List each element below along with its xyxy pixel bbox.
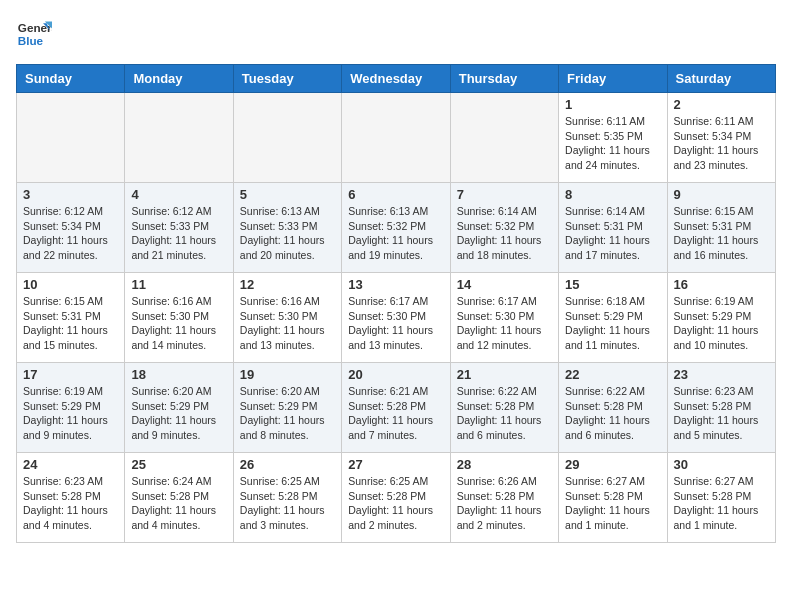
day-number: 13 — [348, 277, 443, 292]
day-info: Sunrise: 6:16 AMSunset: 5:30 PMDaylight:… — [131, 294, 226, 353]
day-number: 9 — [674, 187, 769, 202]
day-number: 15 — [565, 277, 660, 292]
day-info: Sunrise: 6:15 AMSunset: 5:31 PMDaylight:… — [674, 204, 769, 263]
svg-text:Blue: Blue — [18, 34, 44, 47]
weekday-header-wednesday: Wednesday — [342, 65, 450, 93]
weekday-header-monday: Monday — [125, 65, 233, 93]
day-number: 11 — [131, 277, 226, 292]
day-info: Sunrise: 6:27 AMSunset: 5:28 PMDaylight:… — [674, 474, 769, 533]
day-number: 16 — [674, 277, 769, 292]
day-info: Sunrise: 6:12 AMSunset: 5:34 PMDaylight:… — [23, 204, 118, 263]
logo-icon: General Blue — [16, 16, 52, 52]
calendar-week-4: 17Sunrise: 6:19 AMSunset: 5:29 PMDayligh… — [17, 363, 776, 453]
day-number: 21 — [457, 367, 552, 382]
day-info: Sunrise: 6:13 AMSunset: 5:33 PMDaylight:… — [240, 204, 335, 263]
day-info: Sunrise: 6:19 AMSunset: 5:29 PMDaylight:… — [674, 294, 769, 353]
day-info: Sunrise: 6:27 AMSunset: 5:28 PMDaylight:… — [565, 474, 660, 533]
calendar-cell: 17Sunrise: 6:19 AMSunset: 5:29 PMDayligh… — [17, 363, 125, 453]
day-info: Sunrise: 6:14 AMSunset: 5:31 PMDaylight:… — [565, 204, 660, 263]
day-info: Sunrise: 6:22 AMSunset: 5:28 PMDaylight:… — [565, 384, 660, 443]
calendar-cell: 1Sunrise: 6:11 AMSunset: 5:35 PMDaylight… — [559, 93, 667, 183]
day-number: 5 — [240, 187, 335, 202]
day-info: Sunrise: 6:12 AMSunset: 5:33 PMDaylight:… — [131, 204, 226, 263]
weekday-header-saturday: Saturday — [667, 65, 775, 93]
day-info: Sunrise: 6:11 AMSunset: 5:34 PMDaylight:… — [674, 114, 769, 173]
day-info: Sunrise: 6:25 AMSunset: 5:28 PMDaylight:… — [240, 474, 335, 533]
day-info: Sunrise: 6:23 AMSunset: 5:28 PMDaylight:… — [674, 384, 769, 443]
calendar-cell: 25Sunrise: 6:24 AMSunset: 5:28 PMDayligh… — [125, 453, 233, 543]
day-info: Sunrise: 6:15 AMSunset: 5:31 PMDaylight:… — [23, 294, 118, 353]
day-number: 12 — [240, 277, 335, 292]
calendar-cell: 30Sunrise: 6:27 AMSunset: 5:28 PMDayligh… — [667, 453, 775, 543]
calendar-cell: 8Sunrise: 6:14 AMSunset: 5:31 PMDaylight… — [559, 183, 667, 273]
calendar-cell: 11Sunrise: 6:16 AMSunset: 5:30 PMDayligh… — [125, 273, 233, 363]
day-number: 3 — [23, 187, 118, 202]
day-number: 23 — [674, 367, 769, 382]
day-number: 6 — [348, 187, 443, 202]
weekday-header-friday: Friday — [559, 65, 667, 93]
calendar-cell: 7Sunrise: 6:14 AMSunset: 5:32 PMDaylight… — [450, 183, 558, 273]
calendar-cell: 21Sunrise: 6:22 AMSunset: 5:28 PMDayligh… — [450, 363, 558, 453]
calendar-cell: 18Sunrise: 6:20 AMSunset: 5:29 PMDayligh… — [125, 363, 233, 453]
day-number: 4 — [131, 187, 226, 202]
day-number: 7 — [457, 187, 552, 202]
day-info: Sunrise: 6:13 AMSunset: 5:32 PMDaylight:… — [348, 204, 443, 263]
day-info: Sunrise: 6:17 AMSunset: 5:30 PMDaylight:… — [348, 294, 443, 353]
calendar-cell: 19Sunrise: 6:20 AMSunset: 5:29 PMDayligh… — [233, 363, 341, 453]
calendar-header-row: SundayMondayTuesdayWednesdayThursdayFrid… — [17, 65, 776, 93]
day-number: 26 — [240, 457, 335, 472]
calendar-cell — [233, 93, 341, 183]
calendar-cell: 28Sunrise: 6:26 AMSunset: 5:28 PMDayligh… — [450, 453, 558, 543]
calendar-cell: 13Sunrise: 6:17 AMSunset: 5:30 PMDayligh… — [342, 273, 450, 363]
calendar-cell — [125, 93, 233, 183]
calendar-table: SundayMondayTuesdayWednesdayThursdayFrid… — [16, 64, 776, 543]
calendar-cell — [17, 93, 125, 183]
calendar-cell — [450, 93, 558, 183]
calendar-cell: 26Sunrise: 6:25 AMSunset: 5:28 PMDayligh… — [233, 453, 341, 543]
weekday-header-tuesday: Tuesday — [233, 65, 341, 93]
day-number: 28 — [457, 457, 552, 472]
weekday-header-thursday: Thursday — [450, 65, 558, 93]
day-number: 2 — [674, 97, 769, 112]
calendar-cell: 15Sunrise: 6:18 AMSunset: 5:29 PMDayligh… — [559, 273, 667, 363]
day-info: Sunrise: 6:26 AMSunset: 5:28 PMDaylight:… — [457, 474, 552, 533]
day-info: Sunrise: 6:24 AMSunset: 5:28 PMDaylight:… — [131, 474, 226, 533]
calendar-week-3: 10Sunrise: 6:15 AMSunset: 5:31 PMDayligh… — [17, 273, 776, 363]
day-info: Sunrise: 6:11 AMSunset: 5:35 PMDaylight:… — [565, 114, 660, 173]
logo: General Blue — [16, 16, 56, 52]
day-number: 10 — [23, 277, 118, 292]
calendar-cell: 12Sunrise: 6:16 AMSunset: 5:30 PMDayligh… — [233, 273, 341, 363]
calendar-cell: 27Sunrise: 6:25 AMSunset: 5:28 PMDayligh… — [342, 453, 450, 543]
day-number: 29 — [565, 457, 660, 472]
day-info: Sunrise: 6:25 AMSunset: 5:28 PMDaylight:… — [348, 474, 443, 533]
calendar-cell: 2Sunrise: 6:11 AMSunset: 5:34 PMDaylight… — [667, 93, 775, 183]
day-number: 19 — [240, 367, 335, 382]
weekday-header-sunday: Sunday — [17, 65, 125, 93]
calendar-cell: 4Sunrise: 6:12 AMSunset: 5:33 PMDaylight… — [125, 183, 233, 273]
calendar-cell: 9Sunrise: 6:15 AMSunset: 5:31 PMDaylight… — [667, 183, 775, 273]
calendar-cell: 10Sunrise: 6:15 AMSunset: 5:31 PMDayligh… — [17, 273, 125, 363]
calendar-cell: 5Sunrise: 6:13 AMSunset: 5:33 PMDaylight… — [233, 183, 341, 273]
day-info: Sunrise: 6:20 AMSunset: 5:29 PMDaylight:… — [240, 384, 335, 443]
day-number: 25 — [131, 457, 226, 472]
calendar-cell — [342, 93, 450, 183]
day-info: Sunrise: 6:20 AMSunset: 5:29 PMDaylight:… — [131, 384, 226, 443]
calendar-cell: 24Sunrise: 6:23 AMSunset: 5:28 PMDayligh… — [17, 453, 125, 543]
day-info: Sunrise: 6:22 AMSunset: 5:28 PMDaylight:… — [457, 384, 552, 443]
calendar-cell: 3Sunrise: 6:12 AMSunset: 5:34 PMDaylight… — [17, 183, 125, 273]
day-number: 18 — [131, 367, 226, 382]
calendar-cell: 14Sunrise: 6:17 AMSunset: 5:30 PMDayligh… — [450, 273, 558, 363]
day-info: Sunrise: 6:16 AMSunset: 5:30 PMDaylight:… — [240, 294, 335, 353]
calendar-cell: 16Sunrise: 6:19 AMSunset: 5:29 PMDayligh… — [667, 273, 775, 363]
calendar-cell: 29Sunrise: 6:27 AMSunset: 5:28 PMDayligh… — [559, 453, 667, 543]
day-number: 22 — [565, 367, 660, 382]
day-number: 24 — [23, 457, 118, 472]
day-info: Sunrise: 6:18 AMSunset: 5:29 PMDaylight:… — [565, 294, 660, 353]
day-info: Sunrise: 6:14 AMSunset: 5:32 PMDaylight:… — [457, 204, 552, 263]
day-info: Sunrise: 6:19 AMSunset: 5:29 PMDaylight:… — [23, 384, 118, 443]
day-number: 27 — [348, 457, 443, 472]
day-number: 17 — [23, 367, 118, 382]
day-number: 1 — [565, 97, 660, 112]
calendar-cell: 20Sunrise: 6:21 AMSunset: 5:28 PMDayligh… — [342, 363, 450, 453]
calendar-week-1: 1Sunrise: 6:11 AMSunset: 5:35 PMDaylight… — [17, 93, 776, 183]
